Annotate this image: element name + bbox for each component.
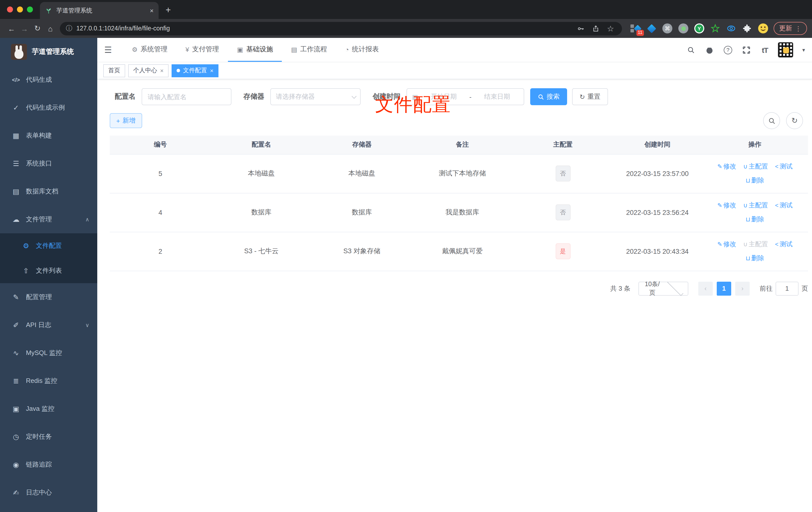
extension-star-icon[interactable] xyxy=(710,23,721,34)
sidebar-item-file-config[interactable]: ⚙ 文件配置 xyxy=(0,233,97,258)
github-icon[interactable] xyxy=(704,44,715,55)
goto-page-input[interactable] xyxy=(776,281,799,295)
extension-pin-icon[interactable] xyxy=(646,23,657,34)
chevron-down-icon xyxy=(352,93,357,98)
reload-icon[interactable]: ↻ xyxy=(31,24,44,33)
sidebar-item-file-manage[interactable]: ☁ 文件管理 ∧ xyxy=(0,205,97,233)
extension-y-icon[interactable]: Y xyxy=(694,23,705,34)
magnet-icon: ∪ xyxy=(743,202,748,209)
site-info-icon[interactable]: ⓘ xyxy=(66,24,72,33)
sidebar-item-code-gen[interactable]: </> 代码生成 xyxy=(0,66,97,94)
close-window-button[interactable] xyxy=(7,6,13,12)
plus-icon: + xyxy=(116,117,120,124)
edit-link[interactable]: ✎修改 xyxy=(717,201,736,210)
screen: 芋道管理系统 × + ← → ↻ ⌂ ⓘ 127.0.0.1:1024/infr… xyxy=(0,0,812,512)
sidebar-item-config-manage[interactable]: ✎ 配置管理 xyxy=(0,283,97,311)
browser-update-button[interactable]: 更新 ⋮ xyxy=(774,22,807,35)
user-avatar[interactable] xyxy=(778,42,794,58)
master-link-disabled[interactable]: ∪主配置 xyxy=(743,240,768,249)
col-header-remark: 备注 xyxy=(412,135,513,154)
edit-link[interactable]: ✎修改 xyxy=(717,162,736,171)
sidebar-item-system-api[interactable]: ☰ 系统接口 xyxy=(0,150,97,178)
share-icon[interactable] xyxy=(590,25,601,32)
chevron-up-icon: ∧ xyxy=(85,216,89,222)
browser-tab[interactable]: 芋道管理系统 × xyxy=(40,2,158,19)
col-header-storage: 存储器 xyxy=(312,135,412,154)
extension-command-icon[interactable]: ⌘ xyxy=(662,23,673,34)
forward-icon[interactable]: → xyxy=(18,24,31,33)
add-button[interactable]: + 新增 xyxy=(110,113,142,128)
filter-form: 配置名 存储器 请选择存储器 创建时间 ▦ 开始日期 - 结束日期 xyxy=(115,88,808,105)
delete-link[interactable]: ⊔删除 xyxy=(746,254,764,262)
master-link[interactable]: ∪主配置 xyxy=(743,162,768,171)
url-text[interactable]: 127.0.0.1:1024/infra/file/file-config xyxy=(76,25,571,32)
search-button[interactable]: 搜索 xyxy=(530,88,567,105)
prev-page-button[interactable]: ‹ xyxy=(698,281,713,295)
sidebar-item-code-demo[interactable]: ✓ 代码生成示例 xyxy=(0,94,97,122)
extension-grid-icon[interactable]: 11 xyxy=(630,23,641,34)
edit-link[interactable]: ✎修改 xyxy=(717,240,736,249)
profile-emoji-icon[interactable] xyxy=(758,23,768,34)
nav-item-system[interactable]: ⚙ 系统管理 xyxy=(123,38,177,62)
fullscreen-icon[interactable] xyxy=(741,44,752,55)
page-tab-home[interactable]: 首页 xyxy=(103,64,125,77)
gear-icon: ⚙ xyxy=(20,242,32,250)
date-end-placeholder[interactable]: 结束日期 xyxy=(475,92,519,101)
sidebar-item-api-log[interactable]: ✐ API 日志 ∨ xyxy=(0,311,97,339)
address-bar[interactable]: ⓘ 127.0.0.1:1024/infra/file/file-config … xyxy=(60,22,622,35)
refresh-button[interactable]: ↻ xyxy=(786,112,803,129)
extension-eye-icon[interactable] xyxy=(726,23,737,34)
close-tab-icon[interactable]: × xyxy=(160,67,164,74)
extensions-puzzle-icon[interactable] xyxy=(742,23,753,34)
sidebar-item-db-doc[interactable]: ▤ 数据库文档 xyxy=(0,178,97,205)
home-icon[interactable]: ⌂ xyxy=(44,24,57,33)
nav-item-workflow[interactable]: ▤ 工作流程 xyxy=(282,38,336,62)
bookmark-star-icon[interactable]: ☆ xyxy=(605,24,616,33)
minimize-window-button[interactable] xyxy=(17,6,23,12)
collapse-sidebar-icon[interactable]: ☰ xyxy=(104,44,112,55)
page-1-button[interactable]: 1 xyxy=(717,281,731,295)
sidebar-item-mysql-monitor[interactable]: ∿ MySQL 监控 xyxy=(0,339,97,367)
back-icon[interactable]: ← xyxy=(5,24,18,33)
table-header-row: 编号 配置名 存储器 备注 主配置 创建时间 操作 xyxy=(110,135,808,154)
sidebar-item-redis-monitor[interactable]: ≣ Redis 监控 xyxy=(0,367,97,395)
toggle-search-button[interactable] xyxy=(763,112,780,129)
nav-item-infra[interactable]: ▣ 基础设施 xyxy=(228,38,282,62)
sidebar-item-file-list[interactable]: ⇧ 文件列表 xyxy=(0,258,97,283)
search-icon xyxy=(768,117,775,124)
password-key-icon[interactable] xyxy=(575,25,586,32)
sidebar-item-java-monitor[interactable]: ▣ Java 监控 xyxy=(0,395,97,423)
page-tab-profile[interactable]: 个人中心 × xyxy=(128,64,169,77)
test-link[interactable]: <测试 xyxy=(775,240,792,249)
zoom-window-button[interactable] xyxy=(27,6,33,12)
delete-link[interactable]: ⊔删除 xyxy=(746,215,764,223)
sidebar-item-log-center[interactable]: ✍ 日志中心 xyxy=(0,479,97,507)
config-name-input[interactable] xyxy=(142,88,231,105)
nav-item-report[interactable]: ◔ 统计报表 xyxy=(336,38,388,62)
nav-item-pay[interactable]: ¥ 支付管理 xyxy=(177,38,228,62)
reset-button[interactable]: ↻ 重置 xyxy=(572,88,608,105)
font-size-icon[interactable]: tT xyxy=(759,44,770,55)
sidebar-item-scheduled-job[interactable]: ◷ 定时任务 xyxy=(0,423,97,451)
page-size-select[interactable]: 10条/页 xyxy=(638,281,688,295)
help-icon[interactable]: ? xyxy=(722,44,733,55)
extension-record-icon[interactable] xyxy=(678,23,689,34)
delete-link[interactable]: ⊔删除 xyxy=(746,177,764,184)
sidebar-item-form-builder[interactable]: ▦ 表单构建 xyxy=(0,122,97,150)
search-icon[interactable] xyxy=(686,44,697,55)
master-link[interactable]: ∪主配置 xyxy=(743,201,768,210)
close-tab-icon[interactable]: × xyxy=(210,67,213,74)
test-link[interactable]: <测试 xyxy=(775,201,792,210)
storage-select[interactable]: 请选择存储器 xyxy=(270,88,360,105)
avatar-caret-icon[interactable]: ▾ xyxy=(802,47,805,53)
next-page-button[interactable]: › xyxy=(735,281,750,295)
code-icon: </> xyxy=(10,77,22,83)
close-tab-icon[interactable]: × xyxy=(150,7,154,14)
page-tab-file-config[interactable]: 文件配置 × xyxy=(172,64,219,77)
browser-menu-kebab-icon[interactable]: ⋮ xyxy=(795,25,802,32)
test-link[interactable]: <测试 xyxy=(775,162,792,171)
page-content: 配置名 存储器 请选择存储器 创建时间 ▦ 开始日期 - 结束日期 xyxy=(97,79,812,295)
trash-icon: ⊔ xyxy=(746,177,750,184)
new-tab-button[interactable]: + xyxy=(166,5,171,16)
sidebar-item-trace[interactable]: ◉ 链路追踪 xyxy=(0,451,97,479)
